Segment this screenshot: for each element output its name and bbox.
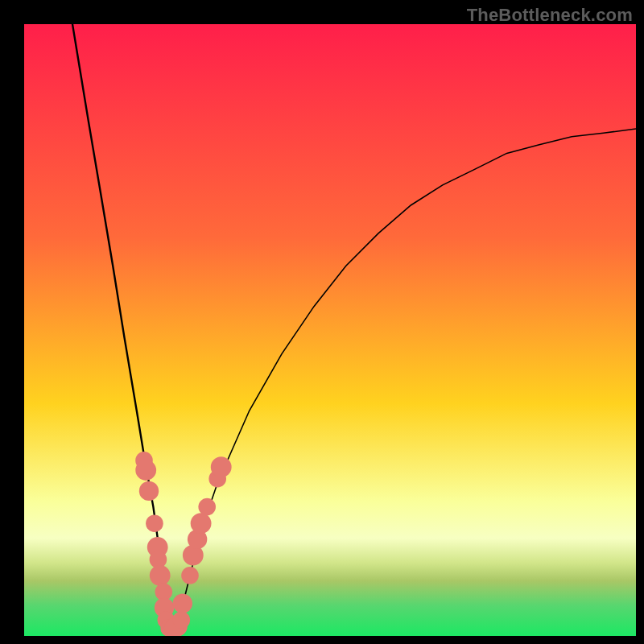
- data-marker: [135, 460, 156, 481]
- data-marker: [211, 456, 232, 477]
- data-marker: [173, 611, 191, 629]
- stage: TheBottleneck.com: [0, 0, 644, 644]
- marker-group: [135, 452, 231, 636]
- data-marker: [139, 481, 159, 501]
- bottleneck-curve-right: [169, 129, 636, 628]
- curve-layer: [24, 24, 636, 636]
- watermark-text: TheBottleneck.com: [467, 5, 633, 26]
- data-marker: [198, 498, 216, 516]
- bottleneck-curve-left: [72, 24, 177, 628]
- data-marker: [181, 567, 199, 584]
- data-marker: [150, 565, 171, 586]
- data-marker: [191, 513, 212, 534]
- plot-area: [24, 24, 636, 636]
- data-marker: [146, 514, 163, 532]
- data-marker: [173, 594, 192, 613]
